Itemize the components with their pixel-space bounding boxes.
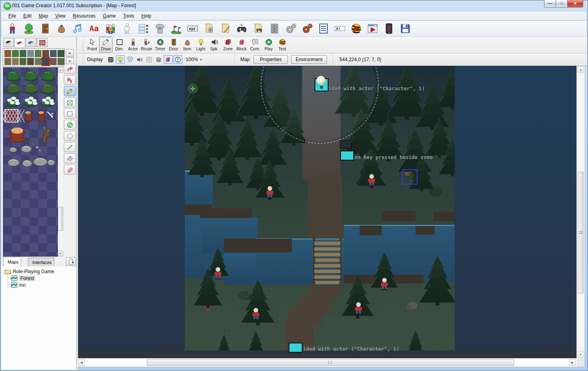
palette-tile-bush[interactable]: [42, 71, 55, 81]
palette-tile-flower[interactable]: [24, 83, 38, 94]
palette-tile-large-stump[interactable]: [8, 127, 26, 142]
list-icon[interactable]: [138, 23, 149, 35]
tree-root[interactable]: Role-Playing Game: [4, 268, 54, 275]
tileset-thumb[interactable]: [57, 58, 64, 65]
mode-door[interactable]: Door: [167, 37, 180, 53]
palette-tile-rock[interactable]: [34, 158, 47, 166]
tileset-thumb[interactable]: [12, 58, 19, 65]
mode-draw[interactable]: Draw: [99, 37, 113, 53]
mode-spk[interactable]: Spk.: [208, 37, 221, 53]
menu-game[interactable]: Game: [99, 12, 120, 20]
menu-tools[interactable]: Tools: [119, 12, 138, 20]
redo-button[interactable]: [64, 64, 76, 74]
tileset-thumb[interactable]: [50, 50, 57, 57]
scroll-down-button[interactable]: ▼: [577, 351, 584, 357]
select-ellipse-tool[interactable]: [64, 131, 76, 141]
tileset-thumb[interactable]: [42, 57, 50, 66]
environment-button[interactable]: Environment: [291, 55, 327, 64]
tileset-thumb[interactable]: [4, 58, 11, 65]
display-toggle-blocktg-icon[interactable]: [164, 55, 173, 64]
tree-item-forest[interactable]: Forest: [11, 275, 35, 282]
palette-tile-snow[interactable]: [42, 96, 55, 107]
display-toggle-grid-icon[interactable]: [145, 55, 154, 64]
line-tool[interactable]: [64, 142, 76, 152]
minimize-button[interactable]: —: [544, 0, 556, 8]
bucket-fill-tool[interactable]: [64, 153, 76, 163]
tileset-thumb[interactable]: [57, 50, 64, 57]
mode-light[interactable]: Light: [194, 37, 208, 53]
gears-gray-icon[interactable]: [285, 23, 297, 35]
tileset-thumb[interactable]: [4, 50, 11, 57]
eraser-tool[interactable]: [64, 165, 76, 175]
palette-scroll-up[interactable]: ▲: [58, 67, 63, 73]
scroll-up-button[interactable]: ▲: [577, 66, 584, 73]
display-toggle-film-icon[interactable]: [106, 55, 115, 64]
title-bar[interactable]: 001 001 Game Creator 1.017.001 Subscript…: [0, 0, 588, 11]
menu-view[interactable]: View: [51, 12, 69, 20]
display-toggle-rain-icon[interactable]: [125, 55, 135, 64]
undo-button[interactable]: [64, 75, 76, 85]
palette-tile-branch[interactable]: [43, 127, 51, 143]
palette-scroll-thumb[interactable]: [58, 207, 63, 231]
tileset-thumb[interactable]: [35, 50, 42, 57]
layer-tab-lower[interactable]: [3, 38, 14, 47]
fill-ellipse-tool[interactable]: [64, 120, 76, 130]
tileset-thumb[interactable]: [50, 58, 57, 65]
strip-up-button[interactable]: ▲: [66, 49, 74, 57]
door-icon[interactable]: [40, 23, 51, 35]
menu-map[interactable]: Map: [35, 12, 51, 20]
palette-tile-rock[interactable]: [10, 147, 17, 152]
scroll-left-button[interactable]: ◀: [78, 359, 85, 366]
map-canvas[interactable]: Collided with actor ("Character", 1) Act…: [78, 66, 576, 358]
font-icon[interactable]: Aa: [89, 23, 100, 35]
add-button[interactable]: [188, 84, 197, 93]
collision-entity-box[interactable]: [289, 343, 302, 352]
tileset-thumb[interactable]: [20, 50, 26, 57]
scroll-right-button[interactable]: ▶: [569, 359, 576, 366]
mode-block[interactable]: Block: [235, 37, 248, 53]
palette-tile-twig[interactable]: [47, 112, 53, 118]
tree-item-inn[interactable]: Inn: [11, 282, 26, 288]
team-icon[interactable]: [105, 23, 117, 35]
textfield-icon[interactable]: A: [335, 23, 346, 35]
xyz-icon[interactable]: xyz: [187, 23, 198, 35]
layer-tab-upper[interactable]: [26, 38, 36, 47]
tileset-thumb[interactable]: [27, 50, 34, 57]
display-toggle-sound-icon[interactable]: [135, 55, 144, 64]
close-button[interactable]: ✕: [567, 0, 583, 8]
vertical-scrollbar[interactable]: ▲ ▼: [576, 66, 584, 358]
tile-palette[interactable]: [3, 67, 58, 257]
display-toggle-bulb-icon[interactable]: [116, 55, 125, 64]
palette-tile-erase[interactable]: [3, 109, 24, 122]
tab-maps[interactable]: Maps: [3, 257, 21, 266]
palette-tile-snow[interactable]: [24, 96, 38, 107]
zone-entity-box[interactable]: [341, 151, 354, 160]
layer-tab-current[interactable]: [14, 38, 25, 48]
new-map-button[interactable]: [66, 257, 76, 266]
mode-route[interactable]: Route: [140, 37, 153, 53]
horizontal-scrollbar[interactable]: ◀ ▶: [78, 358, 576, 367]
zoom-dropdown-arrow[interactable]: ▼: [200, 58, 202, 61]
music-icon[interactable]: [73, 23, 84, 35]
tileset-thumb[interactable]: [35, 58, 42, 65]
script-gamepad-icon[interactable]: [253, 23, 264, 35]
horizontal-scroll-thumb[interactable]: [147, 359, 514, 366]
palette-tile-bush[interactable]: [7, 71, 20, 81]
palette-tile-flower[interactable]: [42, 83, 55, 94]
mode-item[interactable]: Item: [180, 37, 194, 53]
flags-icon[interactable]: [171, 23, 182, 35]
item-bag-icon[interactable]: [56, 23, 67, 35]
properties-button[interactable]: Properties: [253, 55, 288, 64]
tileset-strip[interactable]: [3, 48, 65, 66]
tab-interfaces[interactable]: Interfaces: [28, 258, 54, 266]
mode-point[interactable]: Point: [85, 37, 99, 53]
script-gear-icon[interactable]: [204, 23, 215, 35]
gears-red-icon[interactable]: [302, 23, 313, 35]
document-icon[interactable]: [318, 23, 329, 35]
maximize-button[interactable]: □: [556, 0, 568, 8]
phone-play-icon[interactable]: [384, 23, 395, 35]
window-play-icon[interactable]: [367, 23, 378, 35]
script-edit-icon[interactable]: [220, 23, 231, 35]
zoom-value[interactable]: 100%: [186, 57, 198, 62]
palette-tile-flower[interactable]: [7, 83, 20, 94]
